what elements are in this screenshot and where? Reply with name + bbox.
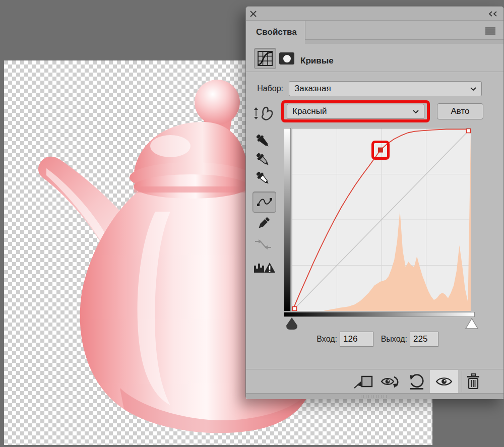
gray-eyedropper-icon[interactable] (255, 151, 272, 168)
visibility-toggle-button[interactable] (430, 370, 458, 393)
adjustment-title: Кривые (300, 56, 334, 66)
curves-grid-icon[interactable] (254, 48, 276, 69)
mask-icon[interactable] (279, 52, 294, 65)
hamburger-menu-icon[interactable] (485, 27, 495, 35)
eye-icon (435, 376, 453, 387)
properties-panel: Свойства Кривые Набор: Заказная Красный (245, 6, 504, 399)
drag-handle[interactable] (361, 395, 388, 398)
white-triangle-slider[interactable] (465, 318, 478, 329)
preset-value: Заказная (294, 84, 331, 94)
double-chevron-collapse-icon[interactable] (488, 11, 498, 17)
close-icon[interactable] (250, 11, 257, 17)
input-label: Вход: (309, 335, 337, 344)
white-eyedropper-icon[interactable] (255, 170, 272, 187)
channel-select[interactable]: Красный (287, 104, 424, 119)
chevron-down-icon (470, 87, 476, 91)
toolbar-divider (462, 371, 462, 392)
reset-icon[interactable] (408, 374, 425, 391)
auto-button[interactable]: Авто (437, 103, 483, 119)
auto-button-label: Авто (451, 106, 469, 116)
hand-targeted-adjustment-icon[interactable] (253, 103, 274, 123)
panel-resize-strip[interactable] (246, 393, 503, 399)
clip-to-layer-icon[interactable] (353, 375, 373, 390)
panel-tab-bar: Свойства (246, 21, 503, 44)
output-value-field[interactable] (410, 332, 438, 347)
black-eyedropper-icon[interactable] (255, 133, 272, 150)
trash-icon[interactable] (466, 373, 480, 390)
panel-titlebar (246, 7, 503, 21)
pencil-icon[interactable] (255, 216, 271, 231)
output-gradient-strip (284, 128, 291, 311)
input-gradient-bar (284, 312, 475, 317)
curve-point-tool-icon[interactable] (253, 191, 276, 213)
eye-previous-state-icon[interactable] (381, 375, 402, 390)
black-triangle-slider[interactable] (286, 317, 298, 330)
curve-point-highlights[interactable] (467, 129, 471, 133)
tab-bar-empty-area (305, 21, 503, 40)
curve-point-shadows[interactable] (293, 307, 297, 311)
smooth-curve-icon[interactable] (254, 237, 272, 251)
preset-label: Набор: (250, 84, 283, 93)
channel-value: Красный (292, 106, 327, 116)
preset-select[interactable]: Заказная (289, 81, 482, 96)
chevron-down-icon (413, 110, 419, 113)
curve-point-selected[interactable] (378, 148, 383, 153)
tab-properties-label: Свойства (256, 27, 297, 37)
histogram-warning-icon[interactable] (253, 259, 275, 275)
photoshop-workspace: { "colors": { "highlight_red": "#ea0e0e"… (0, 0, 504, 447)
output-label: Выход: (374, 335, 407, 344)
curve-grid[interactable] (292, 128, 471, 311)
input-value-field[interactable] (340, 332, 373, 347)
tab-properties[interactable]: Свойства (246, 21, 305, 44)
